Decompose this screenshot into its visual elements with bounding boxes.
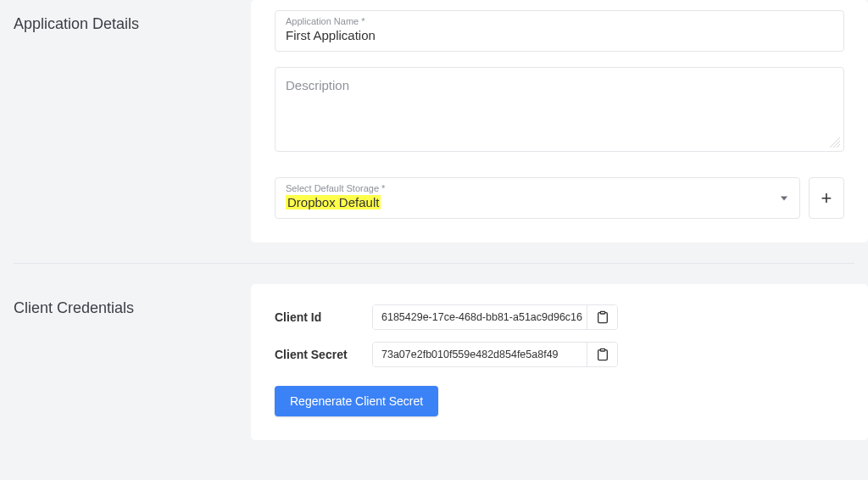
svg-rect-1 <box>600 349 604 351</box>
credentials-card: Client Id 6185429e-17ce-468d-bb81-a51ac9… <box>251 284 868 440</box>
default-storage-value: Dropbox Default <box>286 195 381 209</box>
section-heading-credentials: Client Credentials <box>14 284 251 440</box>
app-name-field[interactable]: Application Name * <box>275 10 844 52</box>
resize-handle-icon[interactable] <box>828 136 840 148</box>
app-details-card: Application Name * Description Select De… <box>251 0 868 243</box>
plus-icon: + <box>821 187 832 209</box>
default-storage-label: Select Default Storage * <box>286 183 789 193</box>
app-name-label: Application Name * <box>286 16 833 26</box>
default-storage-select[interactable]: Select Default Storage * Dropbox Default <box>275 177 800 219</box>
clipboard-icon <box>596 348 609 361</box>
copy-client-id-button[interactable] <box>587 305 617 329</box>
client-id-label: Client Id <box>275 310 372 324</box>
app-name-input[interactable] <box>286 28 833 42</box>
copy-client-secret-button[interactable] <box>587 343 617 366</box>
regenerate-client-secret-button[interactable]: Regenerate Client Secret <box>275 386 438 416</box>
clipboard-icon <box>596 310 609 324</box>
section-divider <box>14 263 854 264</box>
client-id-value: 6185429e-17ce-468d-bb81-a51ac9d96c16 <box>373 305 587 329</box>
description-field[interactable]: Description <box>275 67 844 152</box>
client-secret-label: Client Secret <box>275 348 372 361</box>
section-heading-app-details: Application Details <box>14 0 251 243</box>
add-storage-button[interactable]: + <box>809 177 844 219</box>
client-secret-value: 73a07e2fb010f559e482d854fe5a8f49 <box>373 343 587 366</box>
chevron-down-icon <box>781 196 787 200</box>
description-placeholder: Description <box>286 78 349 92</box>
svg-rect-0 <box>600 311 604 314</box>
